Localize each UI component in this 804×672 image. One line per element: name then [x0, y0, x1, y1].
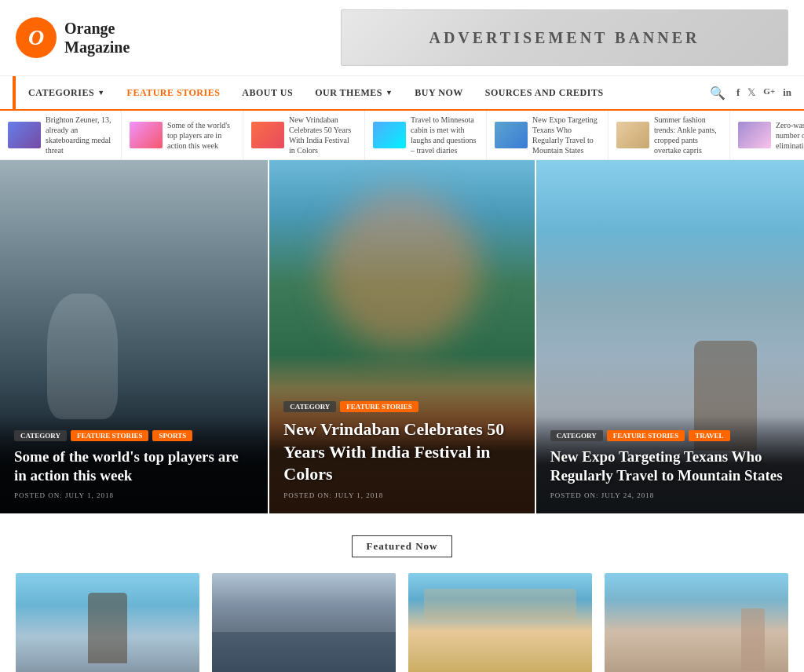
header: O Orange Magazine ADVERTISEMENT BANNER — [0, 0, 804, 76]
ticker-thumb — [251, 122, 284, 148]
nav-item-categories[interactable]: CATEGORIES ▼ — [17, 77, 116, 109]
ticker-text: Zero-waste life: number of people elimin… — [776, 120, 804, 151]
ticker-text: Some of the world's top players are in a… — [167, 120, 235, 151]
hero-section: Category Feature Stories Sports Some of … — [0, 160, 804, 513]
ticker-item[interactable]: New Expo Targeting Texans Who Regularly … — [487, 111, 608, 159]
ticker-text: Brighton Zeuner, 13, already an skateboa… — [46, 115, 113, 155]
featured-card-3[interactable] — [408, 573, 592, 672]
hero-item-1[interactable]: Category Feature Stories Sports Some of … — [0, 160, 268, 513]
ticker-thumb — [616, 122, 649, 148]
navbar: CATEGORIES ▼ FEATURE STORIES ABOUT US OU… — [0, 76, 804, 111]
ticker-item[interactable]: New Vrindaban Celebrates 50 Years With I… — [243, 111, 365, 159]
featured-card-img-2 — [212, 573, 396, 672]
ticker-item[interactable]: Zero-waste life: number of people elimin… — [730, 111, 804, 159]
ticker-thumb — [738, 122, 771, 148]
featured-card-img-4 — [605, 573, 788, 672]
ticker-thumb — [495, 122, 528, 148]
hero-title-3: New Expo Targeting Texans Who Regularly … — [550, 447, 790, 486]
hero-tags-1: Category Feature Stories Sports — [14, 430, 254, 441]
twitter-link[interactable]: 𝕏 — [747, 86, 755, 99]
ticker-text: Travel to Minnesota cabin is met with la… — [411, 115, 478, 155]
ticker-item[interactable]: Summer fashion trends: Ankle pants, crop… — [608, 111, 730, 159]
ad-banner-text: ADVERTISEMENT BANNER — [429, 29, 700, 47]
ticker-item[interactable]: Some of the world's top players are in a… — [122, 111, 243, 159]
hero-overlay-1: Category Feature Stories Sports Some of … — [0, 416, 268, 513]
ticker-item[interactable]: Travel to Minnesota cabin is met with la… — [365, 111, 487, 159]
tag-sports-1[interactable]: Sports — [152, 430, 192, 441]
ad-banner: ADVERTISEMENT BANNER — [341, 9, 788, 66]
featured-card-1[interactable] — [16, 573, 199, 672]
featured-card-img-1 — [16, 573, 199, 672]
hero-title-2: New Vrindaban Celebrates 50 Years With I… — [283, 418, 520, 486]
tag-category-2[interactable]: Category — [283, 401, 336, 412]
tag-category-3[interactable]: Category — [550, 430, 603, 441]
ticker-text: New Vrindaban Celebrates 50 Years With I… — [289, 115, 356, 155]
search-icon[interactable]: 🔍 — [710, 86, 725, 100]
logo-text: Orange Magazine — [64, 19, 130, 57]
social-links: f 𝕏 G+ in — [736, 86, 791, 99]
nav-menu: CATEGORIES ▼ FEATURE STORIES ABOUT US OU… — [17, 77, 615, 109]
featured-label: Featured Now — [352, 535, 453, 557]
tag-category-1[interactable]: Category — [14, 430, 67, 441]
ticker-text: New Expo Targeting Texans Who Regularly … — [532, 115, 600, 155]
tag-feature-2[interactable]: Feature Stories — [340, 401, 418, 412]
news-ticker: Brighton Zeuner, 13, already an skateboa… — [0, 111, 804, 160]
tag-travel-3[interactable]: Travel — [689, 430, 729, 441]
hero-item-3[interactable]: Category Feature Stories Travel New Expo… — [536, 160, 804, 513]
hero-tags-2: Category Feature Stories — [283, 401, 520, 412]
hero-date-2: POSTED ON: JULY 1, 2018 — [283, 491, 520, 499]
ticker-thumb — [130, 122, 163, 148]
featured-card-img-3 — [408, 573, 592, 672]
hero-overlay-3: Category Feature Stories Travel New Expo… — [536, 416, 804, 513]
nav-item-feature-stories[interactable]: FEATURE STORIES — [116, 77, 232, 109]
tag-feature-3[interactable]: Feature Stories — [607, 430, 685, 441]
hero-date-1: POSTED ON: JULY 1, 2018 — [14, 491, 254, 499]
hero-overlay-2: Category Feature Stories New Vrindaban C… — [269, 387, 534, 513]
tag-feature-1[interactable]: Feature Stories — [71, 430, 148, 441]
ticker-thumb — [8, 122, 41, 148]
featured-grid — [16, 573, 788, 672]
nav-item-about[interactable]: ABOUT US — [231, 77, 304, 109]
logo[interactable]: O Orange Magazine — [16, 17, 130, 58]
featured-section: Featured Now — [0, 513, 804, 672]
hero-date-3: POSTED ON: JULY 24, 2018 — [550, 491, 790, 499]
hero-tags-3: Category Feature Stories Travel — [550, 430, 790, 441]
hero-title-1: Some of the world's top players are in a… — [14, 447, 254, 486]
nav-item-credits[interactable]: SOURCES AND CREDITS — [474, 77, 615, 109]
nav-accent-bar — [13, 76, 16, 109]
nav-item-themes[interactable]: OUR THEMES ▼ — [304, 77, 404, 109]
linkedin-link[interactable]: in — [783, 86, 791, 99]
nav-item-buy[interactable]: BUY NOW — [404, 77, 473, 109]
featured-card-4[interactable] — [605, 573, 788, 672]
hero-item-2[interactable]: Category Feature Stories New Vrindaban C… — [268, 160, 535, 513]
ticker-items: Brighton Zeuner, 13, already an skateboa… — [0, 111, 804, 159]
featured-header: Featured Now — [16, 535, 788, 557]
ticker-text: Summer fashion trends: Ankle pants, crop… — [654, 115, 722, 155]
nav-right: 🔍 f 𝕏 G+ in — [710, 86, 791, 100]
themes-label: OUR THEMES — [315, 87, 382, 99]
categories-label: CATEGORIES — [28, 87, 94, 99]
ticker-item[interactable]: Brighton Zeuner, 13, already an skateboa… — [0, 111, 122, 159]
logo-circle: O — [16, 17, 57, 58]
googleplus-link[interactable]: G+ — [763, 86, 775, 99]
featured-card-2[interactable] — [212, 573, 396, 672]
themes-chevron: ▼ — [386, 89, 393, 97]
facebook-link[interactable]: f — [736, 86, 740, 99]
categories-chevron: ▼ — [97, 89, 104, 97]
ticker-thumb — [373, 122, 406, 148]
